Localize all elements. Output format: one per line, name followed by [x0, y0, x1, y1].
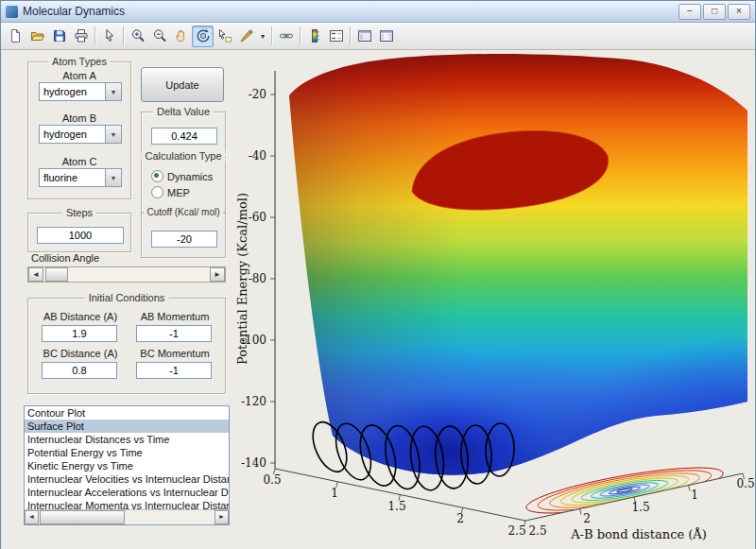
list-item-kinetic-energy[interactable]: Kinetic Energy vs Time: [25, 459, 229, 472]
dropdown-arrow-icon[interactable]: ▼: [105, 169, 121, 186]
toolbar-separator: [123, 26, 124, 45]
save-figure-button[interactable]: [48, 26, 70, 47]
toolbar-separator: [94, 26, 95, 45]
list-item-internuclear-velocities[interactable]: Internuclear Velocities vs Internuclear …: [25, 472, 229, 486]
app-window: Molecular Dynamics − □ × ▾: [0, 0, 756, 549]
list-item-contour-plot[interactable]: Contour Plot: [25, 406, 229, 420]
dropdown-arrow-icon[interactable]: ▼: [105, 83, 121, 100]
brush-dropdown-button[interactable]: ▾: [257, 26, 268, 47]
calculation-type-panel: Calculation Type Dynamics MEP: [141, 156, 226, 213]
ab-momentum-field[interactable]: [136, 325, 212, 342]
new-figure-button[interactable]: [5, 26, 26, 47]
data-cursor-icon: [217, 28, 232, 43]
colorbar-icon: [307, 28, 322, 43]
bc-momentum-field[interactable]: [136, 362, 212, 379]
atom-c-value: fluorine: [40, 169, 105, 186]
bc-axis-tick-labels: 0.5 1 1.5 2 2.5: [263, 473, 525, 538]
atom-c-select[interactable]: fluorine ▼: [39, 168, 122, 187]
scroll-right-arrow[interactable]: ►: [215, 510, 229, 524]
zoom-in-button[interactable]: [127, 26, 148, 47]
slider-right-arrow[interactable]: ►: [210, 267, 225, 282]
ab-momentum-label: AB Momentum: [130, 311, 219, 322]
list-item-internuclear-accelerations[interactable]: Internuclear Accelerations vs Internucle…: [25, 486, 229, 499]
minimize-icon: −: [687, 6, 693, 16]
edit-plot-button[interactable]: [98, 26, 120, 47]
brush-icon: [239, 28, 254, 43]
svg-text:-80: -80: [249, 272, 266, 285]
slider-track[interactable]: [43, 267, 210, 282]
app-icon: [6, 6, 18, 18]
dropdown-arrow-icon[interactable]: ▼: [105, 126, 121, 143]
surface-plot[interactable]: -20 -40 -60 -80 -100 -120 -140 0.5 1 1.5…: [232, 50, 756, 549]
svg-text:1.5: 1.5: [387, 500, 405, 513]
printer-icon: [74, 28, 89, 43]
control-panel: Atom Types Atom A hydrogen ▼ Atom B hydr…: [1, 50, 232, 549]
plot-area: -20 -40 -60 -80 -100 -120 -140 0.5 1 1.5…: [232, 50, 756, 549]
plot-type-listbox[interactable]: Contour Plot Surface Plot Internuclear D…: [24, 405, 230, 525]
scrollbar-thumb[interactable]: [40, 510, 125, 524]
toolbar-separator: [350, 26, 351, 45]
ab-distance-field[interactable]: [42, 325, 117, 342]
bc-distance-field[interactable]: [42, 362, 117, 379]
toolbar-separator: [300, 26, 301, 45]
data-cursor-button[interactable]: [214, 26, 235, 47]
scroll-left-arrow[interactable]: ◄: [25, 510, 39, 524]
insert-colorbar-button[interactable]: [303, 26, 325, 47]
delta-value-field[interactable]: [151, 128, 217, 145]
mep-radio-row[interactable]: MEP: [151, 186, 190, 198]
list-item-surface-plot[interactable]: Surface Plot: [25, 420, 229, 433]
link-plots-button[interactable]: [275, 26, 297, 47]
open-file-button[interactable]: [26, 26, 48, 47]
hide-plot-tools-button[interactable]: [353, 26, 375, 47]
zoom-out-icon: [152, 28, 167, 43]
energy-surface: [289, 54, 747, 475]
cutoff-field[interactable]: [151, 231, 217, 248]
cutoff-panel: Cutoff (Kcal/ mol): [141, 213, 226, 258]
atom-c-label: Atom C: [28, 156, 130, 167]
dynamics-radio-row[interactable]: Dynamics: [151, 170, 213, 182]
svg-text:0.5: 0.5: [736, 477, 754, 490]
pointer-icon: [102, 28, 117, 43]
figure-toolbar: ▾: [1, 23, 755, 50]
initial-conditions-panel: Initial Conditions AB Distance (A) AB Mo…: [27, 298, 226, 394]
show-plot-tools-button[interactable]: [375, 26, 397, 47]
svg-text:-120: -120: [241, 395, 266, 408]
mep-radio[interactable]: [151, 186, 163, 198]
atom-a-value: hydrogen: [40, 83, 105, 100]
list-item-potential-energy[interactable]: Potential Energy vs Time: [25, 446, 229, 459]
close-button[interactable]: ×: [728, 4, 750, 20]
atom-b-select[interactable]: hydrogen ▼: [39, 125, 122, 144]
svg-text:-20: -20: [249, 88, 266, 101]
y-axis-label: Potential Energy (Kcal/mol): [235, 193, 249, 365]
slider-thumb[interactable]: [45, 267, 68, 282]
atom-b-value: hydrogen: [40, 126, 105, 143]
collision-angle-slider[interactable]: ◄ ►: [27, 266, 226, 283]
maximize-button[interactable]: □: [703, 4, 726, 20]
print-figure-button[interactable]: [70, 26, 92, 47]
save-icon: [52, 28, 67, 43]
svg-text:2: 2: [456, 512, 464, 525]
brush-data-button[interactable]: [235, 26, 257, 47]
initial-conditions-title: Initial Conditions: [85, 292, 169, 303]
titlebar: Molecular Dynamics − □ ×: [1, 1, 755, 23]
listbox-hscrollbar[interactable]: ◄ ►: [25, 509, 229, 524]
atom-a-label: Atom A: [28, 70, 130, 81]
rotate-3d-button[interactable]: [192, 26, 214, 47]
update-button[interactable]: Update: [141, 67, 224, 102]
insert-legend-button[interactable]: [325, 26, 347, 47]
delta-value-title: Delta Value: [153, 106, 214, 117]
steps-panel: Steps: [27, 213, 131, 252]
pan-button[interactable]: [170, 26, 192, 47]
scrollbar-track[interactable]: [39, 510, 215, 524]
list-item-internuclear-distances[interactable]: Internuclear Distances vs Time: [25, 433, 229, 446]
dynamics-radio[interactable]: [151, 170, 163, 182]
close-icon: ×: [736, 6, 742, 16]
toolbar-separator: [271, 26, 272, 45]
atom-a-select[interactable]: hydrogen ▼: [39, 82, 122, 101]
slider-left-arrow[interactable]: ◄: [28, 267, 43, 282]
show-plot-tools-icon: [379, 28, 394, 43]
rotate-3d-icon: [196, 28, 211, 43]
zoom-out-button[interactable]: [148, 26, 170, 47]
minimize-button[interactable]: −: [679, 4, 701, 20]
steps-field[interactable]: [37, 227, 124, 244]
